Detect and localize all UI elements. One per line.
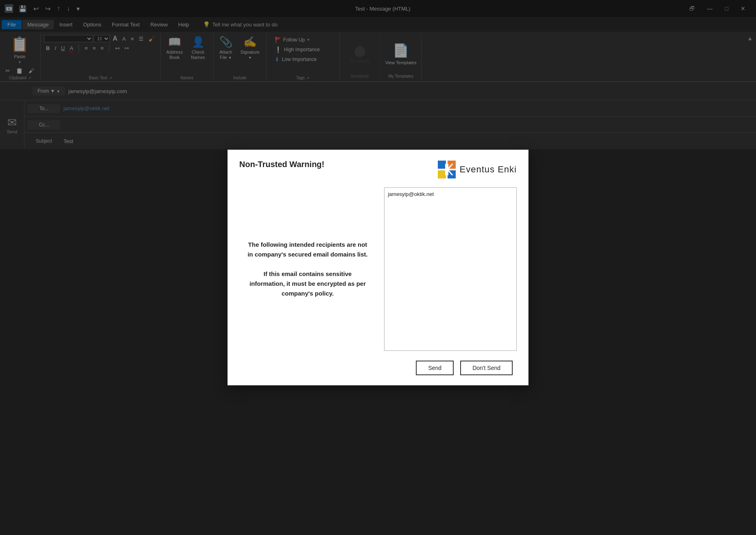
non-trusted-dialog: Non-Trusted Warning! Eventus Enki bbox=[227, 150, 529, 385]
dialog-dont-send-button[interactable]: Don't Send bbox=[460, 361, 513, 375]
warning-text: The following intended recipients are no… bbox=[247, 240, 368, 298]
dialog-title: Non-Trusted Warning! bbox=[239, 160, 324, 169]
recipients-textarea[interactable]: jamesyip@oktik.net bbox=[384, 187, 517, 351]
dialog-body: The following intended recipients are no… bbox=[239, 187, 517, 351]
dialog-header: Non-Trusted Warning! Eventus Enki bbox=[239, 160, 517, 179]
overlay: Non-Trusted Warning! Eventus Enki bbox=[0, 0, 756, 535]
svg-rect-0 bbox=[438, 161, 446, 169]
dialog-footer: Send Don't Send bbox=[239, 361, 517, 375]
dialog-left: The following intended recipients are no… bbox=[239, 187, 376, 351]
logo-text: Eventus Enki bbox=[460, 164, 517, 175]
dialog-right: jamesyip@oktik.net bbox=[384, 187, 517, 351]
dialog-logo: Eventus Enki bbox=[437, 160, 517, 179]
dialog-send-button[interactable]: Send bbox=[416, 361, 454, 375]
svg-rect-3 bbox=[438, 170, 446, 178]
eventus-enki-logo-icon bbox=[437, 160, 457, 179]
